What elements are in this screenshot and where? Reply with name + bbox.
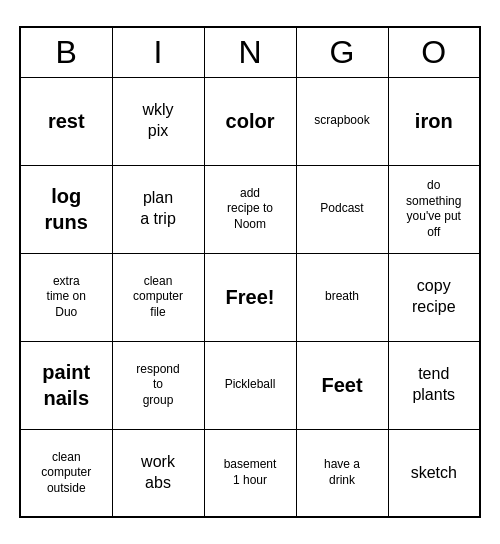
grid-row-1: logrunsplana tripaddrecipe toNoomPodcast… [20,165,480,253]
cell-3-2: Pickleball [204,341,296,429]
cell-4-3: have adrink [296,429,388,517]
grid-row-0: restwklypixcolorscrapbookiron [20,77,480,165]
cell-1-4: dosomethingyou've putoff [388,165,480,253]
cell-2-1: cleancomputerfile [112,253,204,341]
cell-1-0: logruns [20,165,112,253]
header-cell-b: B [20,27,112,78]
cell-3-1: respondtogroup [112,341,204,429]
cell-3-0: paintnails [20,341,112,429]
bingo-grid: BINGO restwklypixcolorscrapbookironlogru… [19,26,481,519]
cell-0-1: wklypix [112,77,204,165]
cell-0-3: scrapbook [296,77,388,165]
header-cell-n: N [204,27,296,78]
grid-row-2: extratime onDuocleancomputerfileFree!bre… [20,253,480,341]
cell-2-2: Free! [204,253,296,341]
cell-1-1: plana trip [112,165,204,253]
cell-3-3: Feet [296,341,388,429]
cell-0-0: rest [20,77,112,165]
cell-1-3: Podcast [296,165,388,253]
grid-row-3: paintnailsrespondtogroupPickleballFeette… [20,341,480,429]
cell-4-2: basement1 hour [204,429,296,517]
cell-2-4: copyrecipe [388,253,480,341]
cell-4-4: sketch [388,429,480,517]
cell-3-4: tendplants [388,341,480,429]
grid-row-4: cleancomputeroutsideworkabsbasement1 hou… [20,429,480,517]
cell-2-3: breath [296,253,388,341]
cell-2-0: extratime onDuo [20,253,112,341]
header-cell-o: O [388,27,480,78]
header-cell-i: I [112,27,204,78]
cell-0-2: color [204,77,296,165]
cell-4-0: cleancomputeroutside [20,429,112,517]
cell-4-1: workabs [112,429,204,517]
cell-1-2: addrecipe toNoom [204,165,296,253]
header-cell-g: G [296,27,388,78]
cell-0-4: iron [388,77,480,165]
header-row: BINGO [20,27,480,78]
